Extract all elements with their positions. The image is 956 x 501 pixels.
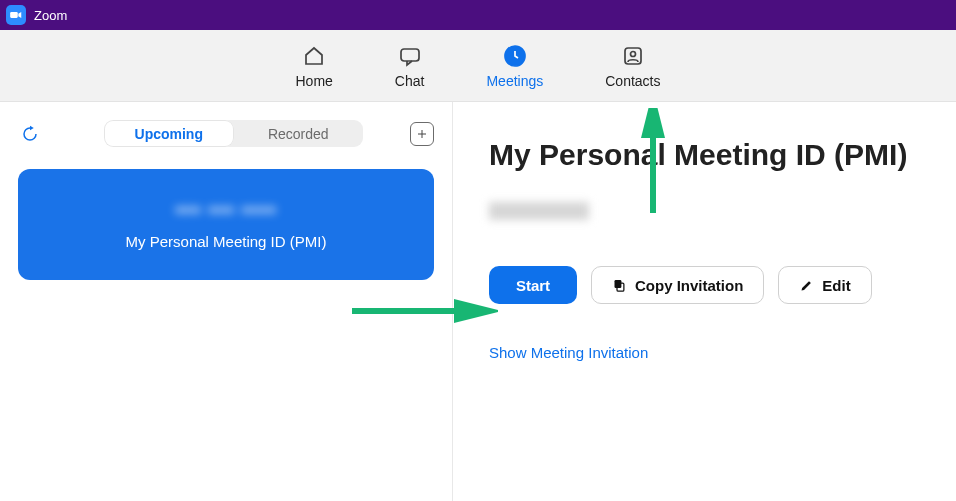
tab-meetings-label: Meetings bbox=[486, 73, 543, 89]
segmented-control: Upcoming Recorded bbox=[104, 120, 363, 147]
tab-meetings[interactable]: Meetings bbox=[486, 43, 543, 89]
app-title: Zoom bbox=[34, 8, 67, 23]
right-pane: My Personal Meeting ID (PMI) Start Copy … bbox=[453, 102, 956, 501]
copy-invitation-label: Copy Invitation bbox=[635, 277, 743, 294]
refresh-button[interactable] bbox=[18, 122, 42, 146]
show-invitation-link[interactable]: Show Meeting Invitation bbox=[489, 344, 938, 361]
refresh-icon bbox=[21, 125, 39, 143]
svg-rect-1 bbox=[401, 49, 419, 61]
plus-icon bbox=[416, 128, 428, 140]
edit-button[interactable]: Edit bbox=[778, 266, 871, 304]
pencil-icon bbox=[799, 278, 814, 293]
pmi-card[interactable]: ••• ••• •••• My Personal Meeting ID (PMI… bbox=[18, 169, 434, 280]
chat-icon bbox=[397, 43, 423, 69]
action-button-row: Start Copy Invitation Edit bbox=[489, 266, 938, 304]
segment-upcoming[interactable]: Upcoming bbox=[104, 120, 234, 147]
tab-home-label: Home bbox=[296, 73, 333, 89]
tab-chat[interactable]: Chat bbox=[395, 43, 425, 89]
pmi-card-label: My Personal Meeting ID (PMI) bbox=[38, 233, 414, 250]
zoom-app-icon bbox=[6, 5, 26, 25]
copy-invitation-button[interactable]: Copy Invitation bbox=[591, 266, 764, 304]
tab-contacts[interactable]: Contacts bbox=[605, 43, 660, 89]
contacts-icon bbox=[620, 43, 646, 69]
svg-rect-0 bbox=[10, 12, 18, 18]
annotation-arrow-up bbox=[638, 108, 668, 218]
annotation-arrow-right bbox=[348, 296, 498, 326]
meeting-id-redacted bbox=[489, 202, 589, 220]
tab-home[interactable]: Home bbox=[296, 43, 333, 89]
edit-label: Edit bbox=[822, 277, 850, 294]
tab-contacts-label: Contacts bbox=[605, 73, 660, 89]
copy-icon bbox=[612, 278, 627, 293]
start-button[interactable]: Start bbox=[489, 266, 577, 304]
svg-point-4 bbox=[630, 51, 635, 56]
home-icon bbox=[301, 43, 327, 69]
page-title: My Personal Meeting ID (PMI) bbox=[489, 138, 938, 172]
tab-chat-label: Chat bbox=[395, 73, 425, 89]
pmi-number: ••• ••• •••• bbox=[38, 197, 414, 223]
segment-recorded[interactable]: Recorded bbox=[234, 120, 364, 147]
tabbar: Home Chat Meetings Contacts bbox=[0, 30, 956, 102]
clock-icon bbox=[502, 43, 528, 69]
titlebar: Zoom bbox=[0, 0, 956, 30]
add-meeting-button[interactable] bbox=[410, 122, 434, 146]
left-header-row: Upcoming Recorded bbox=[18, 120, 434, 147]
svg-rect-6 bbox=[615, 279, 622, 287]
